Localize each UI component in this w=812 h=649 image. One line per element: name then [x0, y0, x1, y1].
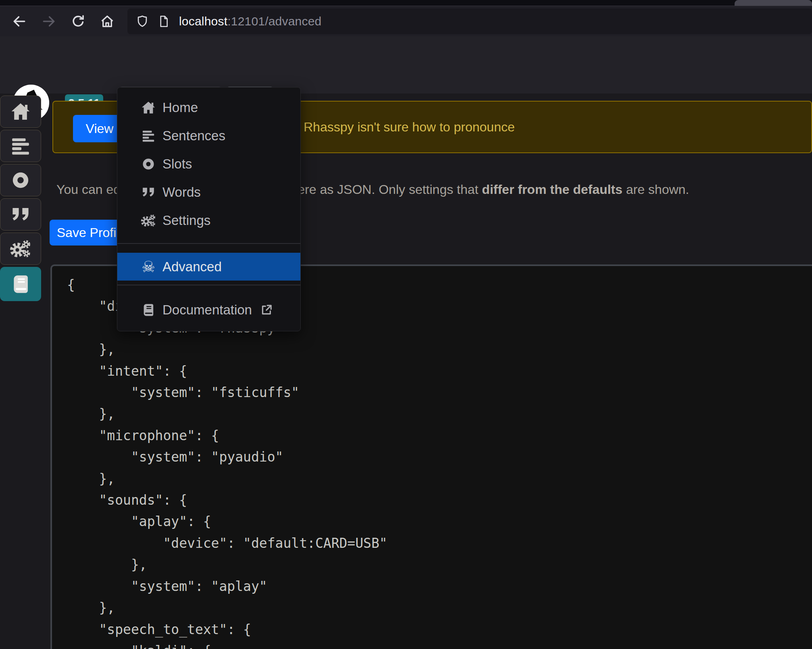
menu-divider [117, 285, 300, 285]
sidebar-item-slots[interactable] [0, 164, 41, 196]
url-text: localhost:12101/advanced [179, 15, 321, 28]
align-left-icon [10, 136, 31, 156]
menu-item-label: Settings [162, 213, 210, 228]
shield-icon [135, 15, 149, 28]
url-path: :12101/advanced [227, 15, 321, 28]
intro-after: are shown. [623, 182, 689, 197]
forward-button[interactable] [37, 10, 60, 33]
menu-item-settings[interactable]: Settings [117, 206, 300, 235]
app-header: 2.5.11 Advanced Log [0, 36, 812, 94]
page-dropdown-menu: Home Sentences Slots Words [117, 87, 301, 331]
gears-icon [140, 214, 156, 227]
record-icon [11, 171, 30, 190]
save-profile-label: Save Profile [57, 225, 127, 240]
menu-item-label: Sentences [162, 128, 225, 144]
view-button-label: View [86, 121, 114, 136]
menu-item-advanced[interactable]: ☠ Advanced [117, 253, 300, 281]
menu-item-home[interactable]: Home [117, 94, 300, 122]
menu-item-label: Documentation [162, 302, 252, 318]
home-icon [140, 100, 156, 115]
url-bar[interactable]: localhost:12101/advanced [127, 8, 812, 34]
screen: localhost:12101/advanced 2.5.11 Advanced… [0, 0, 812, 649]
gears-icon [9, 239, 32, 258]
menu-item-words[interactable]: Words [117, 178, 300, 206]
browser-toolbar: localhost:12101/advanced [0, 6, 812, 37]
sidebar-item-settings[interactable] [0, 233, 41, 265]
align-left-icon [140, 129, 156, 143]
skull-icon: ☠ [140, 259, 156, 275]
menu-divider [117, 243, 300, 244]
sidebar-item-advanced[interactable] [0, 267, 41, 301]
menu-item-label: Slots [162, 156, 192, 172]
book-icon [140, 303, 156, 317]
banner-message: Rhasspy isn't sure how to pronounce [304, 102, 515, 152]
reload-icon [71, 14, 86, 29]
menu-item-label: Home [162, 100, 198, 115]
browser-tab-sliver[interactable] [735, 0, 812, 6]
page-icon [157, 15, 170, 28]
browser-home-button[interactable] [96, 10, 119, 33]
menu-item-slots[interactable]: Slots [117, 150, 300, 178]
url-host: localhost [179, 15, 227, 28]
menu-item-label: Advanced [162, 259, 222, 275]
back-icon [12, 14, 27, 29]
external-link-icon [260, 304, 273, 316]
record-icon [140, 157, 156, 171]
menu-item-sentences[interactable]: Sentences [117, 122, 300, 150]
quote-icon [11, 205, 30, 224]
home-icon [10, 102, 31, 122]
book-icon [10, 274, 31, 294]
sidebar-item-sentences[interactable] [0, 130, 41, 162]
sidebar-item-words[interactable] [0, 198, 41, 231]
menu-item-documentation[interactable]: Documentation [117, 296, 300, 324]
reload-button[interactable] [67, 10, 90, 33]
quote-icon [140, 185, 156, 199]
menu-item-label: Words [162, 185, 201, 200]
back-button[interactable] [8, 10, 31, 33]
browser-tabstrip [0, 0, 812, 6]
sidebar-item-home[interactable] [0, 96, 41, 128]
intro-bold: differ from the defaults [482, 182, 622, 197]
forward-icon [41, 14, 56, 29]
home-icon [100, 14, 115, 29]
